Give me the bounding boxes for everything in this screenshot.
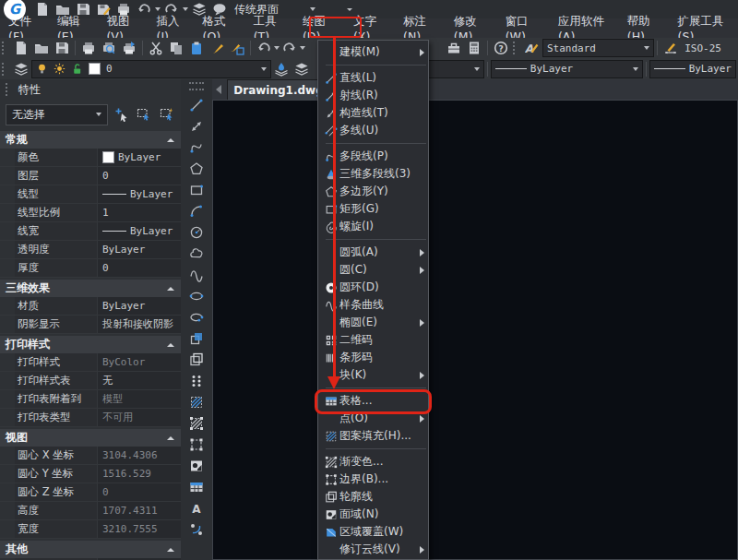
color-combo[interactable]	[424, 60, 484, 78]
polygon-button[interactable]	[186, 158, 207, 179]
menu-window[interactable]: 窗口(W)	[497, 18, 550, 38]
hatch-button[interactable]	[186, 391, 207, 412]
menu-apps[interactable]: 应用软件(A)	[550, 18, 619, 38]
section-plot-style[interactable]: 打印样式	[0, 336, 181, 353]
region-button[interactable]	[186, 455, 207, 476]
menu-format[interactable]: 格式(O)	[195, 18, 245, 38]
rectangle-button[interactable]	[186, 179, 207, 200]
redo-dropdown-icon[interactable]	[300, 46, 305, 50]
undo-dropdown-icon[interactable]	[155, 7, 161, 11]
model-space-canvas[interactable]	[212, 100, 738, 560]
make-block-button[interactable]	[186, 349, 207, 370]
cut-button[interactable]	[146, 39, 166, 57]
circle-button[interactable]	[186, 221, 207, 243]
save-button[interactable]	[52, 39, 72, 57]
menu-edit[interactable]: 编辑(E)	[49, 18, 99, 38]
redo-button[interactable]	[280, 39, 300, 57]
toolbar-grip[interactable]	[2, 42, 7, 54]
ellipse-arc-button[interactable]	[186, 306, 207, 328]
text-style-button[interactable]	[522, 39, 542, 57]
collapse-icon[interactable]	[167, 436, 174, 440]
print-preview-button[interactable]	[99, 39, 119, 57]
mtext-button[interactable]	[186, 497, 207, 518]
lineweight-combo[interactable]: ByLayer	[649, 60, 736, 78]
layer-states-button[interactable]	[292, 60, 312, 78]
toolbar-overflow-icon[interactable]	[347, 8, 352, 11]
gradient-button[interactable]	[186, 412, 207, 434]
property-row-material[interactable]: 材质 ByLayer	[0, 297, 181, 316]
toolbar-grip[interactable]	[189, 82, 204, 90]
redo-dropdown-icon[interactable]	[183, 7, 188, 11]
interface-dropdown-icon[interactable]	[310, 7, 315, 11]
lock-open-icon[interactable]	[71, 63, 83, 75]
dim-style-button[interactable]	[661, 39, 681, 57]
plot-button[interactable]	[119, 39, 139, 57]
copy-button[interactable]	[166, 39, 186, 57]
toolbar-grip[interactable]	[2, 63, 7, 76]
property-row-linetype[interactable]: 线型 ByLayer	[0, 185, 181, 204]
property-row-plot-table-attached[interactable]: 打印表附着到 模型	[0, 390, 181, 409]
menu-item-hatch[interactable]: 图案填充(H)...	[318, 427, 428, 445]
section-view[interactable]: 视图	[0, 429, 181, 447]
collapse-icon[interactable]	[167, 287, 174, 291]
select-window-button[interactable]	[136, 105, 152, 125]
property-row-layer[interactable]: 图层 0	[0, 167, 181, 185]
undo-button[interactable]	[254, 39, 274, 57]
section-other[interactable]: 其他	[0, 541, 181, 558]
toolbox-button[interactable]	[444, 39, 464, 57]
menu-file[interactable]: 文件(F)	[0, 18, 49, 38]
construction-line-button[interactable]	[186, 115, 207, 137]
menu-tools[interactable]: 工具(T)	[245, 18, 294, 38]
property-row-center-x[interactable]: 圆心 X 坐标 3104.4306	[0, 447, 181, 465]
polyline-button[interactable]	[186, 137, 207, 158]
section-3d-effects[interactable]: 三维效果	[0, 280, 181, 297]
layer-combo[interactable]: 0	[31, 60, 271, 78]
boundary-button[interactable]	[186, 434, 207, 455]
multiple-points-button[interactable]	[186, 370, 207, 391]
menu-item-boundary[interactable]: 边界(B)...	[318, 471, 428, 488]
property-row-center-z[interactable]: 圆心 Z 坐标 0	[0, 483, 181, 502]
property-row-color[interactable]: 颜色 ByLayer	[0, 149, 181, 167]
property-row-width[interactable]: 宽度 3210.7555	[0, 520, 181, 539]
line-button[interactable]	[186, 94, 207, 115]
tab-scroll-left-icon[interactable]	[216, 85, 221, 94]
format-painter-button[interactable]	[207, 39, 227, 57]
dim-style-combo[interactable]: ISO-25	[681, 40, 738, 56]
property-row-shadow-display[interactable]: 阴影显示 投射和接收阴影	[0, 316, 181, 334]
property-row-center-y[interactable]: 圆心 Y 坐标 1516.529	[0, 465, 181, 483]
panel-grip[interactable]	[6, 83, 11, 96]
menu-item-gradient[interactable]: 渐变色...	[318, 453, 428, 471]
text-style-combo[interactable]: Standard	[542, 39, 654, 57]
sun-on-icon[interactable]	[54, 63, 65, 75]
menu-insert[interactable]: 插入(I)	[149, 18, 195, 38]
menu-dimension[interactable]: 标注(N)	[395, 18, 446, 38]
menu-view[interactable]: 视图(V)	[98, 18, 148, 38]
table-button[interactable]	[186, 476, 207, 497]
layer-properties-button[interactable]	[11, 60, 31, 78]
menu-item-wipeout[interactable]: 区域覆盖(W)	[318, 523, 428, 541]
match-properties-button[interactable]	[227, 39, 247, 57]
collapse-icon[interactable]	[167, 138, 174, 142]
toolbar-grip[interactable]	[513, 42, 518, 54]
section-general[interactable]: 常规	[0, 131, 181, 149]
property-row-transparency[interactable]: 透明度 ByLayer	[0, 241, 181, 259]
properties-panel-title-bar[interactable]: 特性	[0, 79, 181, 100]
menu-express[interactable]: 扩展工具(S)	[670, 18, 738, 38]
insert-block-button[interactable]	[186, 328, 207, 349]
select-window-lightning-button[interactable]	[159, 105, 175, 125]
revision-cloud-button[interactable]	[186, 243, 207, 264]
bulb-on-icon[interactable]	[36, 63, 48, 75]
spline-button[interactable]	[186, 264, 207, 285]
menu-item-region[interactable]: 面域(N)	[318, 506, 428, 523]
menu-modify[interactable]: 修改(M)	[446, 18, 497, 38]
help-button[interactable]	[491, 39, 511, 57]
paste-button[interactable]	[186, 39, 207, 57]
menu-item-revision-cloud[interactable]: 修订云线(V)	[318, 541, 428, 558]
ellipse-button[interactable]	[186, 285, 207, 306]
property-row-height[interactable]: 高度 1707.4311	[0, 502, 181, 520]
linetype-combo[interactable]: ByLayer	[491, 60, 643, 78]
arc-button[interactable]	[186, 200, 207, 221]
new-file-button[interactable]	[11, 39, 31, 57]
property-row-plot-style[interactable]: 打印样式 ByColor	[0, 353, 181, 372]
property-row-plot-style-table[interactable]: 打印样式表 无	[0, 372, 181, 390]
